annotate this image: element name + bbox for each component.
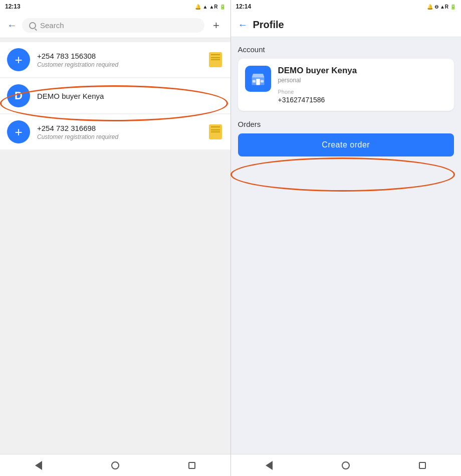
account-phone: +31627471586 — [278, 96, 447, 104]
contact-sub-3: Customer registration required — [37, 133, 200, 140]
panel-2: 12:14 🔔 ⊖ ▲R 🔋 ← Profile Account — [231, 0, 462, 476]
contact-list: + +254 783 156308 Customer registration … — [0, 38, 231, 454]
panel-1: 12:13 🔔 ▲ ▲R 🔋 ← Search + + — [0, 0, 231, 476]
account-section-label: Account — [238, 45, 454, 54]
contact-item-1[interactable]: + +254 783 156308 Customer registration … — [0, 42, 231, 77]
account-details: DEMO buyer Kenya personal Phone +3162747… — [278, 66, 447, 104]
profile-nav-bar: ← Profile — [231, 13, 462, 37]
signal-icon: ▲R — [209, 4, 217, 10]
nav-bar-1: ← Search + — [0, 13, 231, 38]
svg-rect-3 — [261, 80, 264, 83]
wifi-icon: ▲ — [202, 4, 207, 10]
status-bar-1: 12:13 🔔 ▲ ▲R 🔋 — [0, 0, 231, 13]
back-nav-1[interactable] — [29, 455, 49, 475]
shop-icon-box — [245, 66, 271, 92]
contact-item-3[interactable]: + +254 732 316698 Customer registration … — [0, 114, 231, 149]
status-bar-2: 12:14 🔔 ⊖ ▲R 🔋 — [231, 0, 462, 13]
profile-content: Account DEMO buyer Kenya personal Phone — [231, 37, 462, 454]
contact-info-3: +254 732 316698 Customer registration re… — [37, 124, 200, 140]
time-2: 12:14 — [236, 3, 252, 10]
status-icons-1: 🔔 ▲ ▲R 🔋 — [195, 4, 225, 10]
orders-section: Orders Create order — [238, 120, 454, 156]
home-circle-1 — [111, 461, 119, 469]
contact-name-2: DEMO buyer Kenya — [37, 92, 223, 100]
recents-square-2 — [419, 462, 426, 469]
document-shape-1 — [209, 52, 222, 67]
plus-icon-1: + — [15, 52, 22, 68]
time-1: 12:13 — [5, 3, 21, 10]
search-placeholder: Search — [40, 21, 64, 30]
wifi-icon-2: ⊖ — [434, 4, 438, 10]
recents-nav-1[interactable] — [182, 455, 202, 475]
avatar-1: + — [7, 48, 30, 71]
home-circle-2 — [342, 461, 350, 469]
account-card: DEMO buyer Kenya personal Phone +3162747… — [238, 59, 454, 111]
contact-phone-1: +254 783 156308 — [37, 52, 200, 60]
account-type: personal — [278, 77, 447, 84]
create-order-button[interactable]: Create order — [238, 133, 454, 156]
battery-icon: 🔋 — [219, 4, 225, 10]
doc-icon-1 — [207, 52, 223, 68]
contact-item-2[interactable]: D DEMO buyer Kenya — [0, 78, 231, 113]
search-icon — [29, 22, 36, 29]
svg-rect-1 — [256, 79, 260, 85]
avatar-3: + — [7, 120, 30, 143]
status-icons-2: 🔔 ⊖ ▲R 🔋 — [427, 4, 456, 10]
battery-icon-2: 🔋 — [450, 4, 456, 10]
back-button-2[interactable]: ← — [238, 19, 248, 31]
back-nav-2[interactable] — [259, 455, 279, 475]
contact-info-2: DEMO buyer Kenya — [37, 92, 223, 100]
home-nav-2[interactable] — [336, 455, 356, 475]
add-button[interactable]: + — [209, 19, 223, 33]
orders-section-label: Orders — [238, 120, 454, 128]
signal-icon-2: ▲R — [440, 4, 448, 10]
notification-icon-2: 🔔 — [427, 4, 433, 10]
doc-icon-3 — [207, 124, 223, 140]
back-triangle-2 — [266, 461, 273, 470]
account-phone-label: Phone — [278, 89, 447, 95]
recents-square-1 — [188, 462, 195, 469]
contact-info-1: +254 783 156308 Customer registration re… — [37, 52, 200, 68]
bottom-nav-1 — [0, 454, 231, 476]
profile-title: Profile — [253, 19, 284, 31]
search-bar[interactable]: Search — [22, 18, 204, 33]
recents-nav-2[interactable] — [412, 455, 432, 475]
document-shape-3 — [209, 124, 222, 139]
svg-rect-2 — [252, 80, 255, 83]
home-nav-1[interactable] — [105, 455, 125, 475]
contact-sub-1: Customer registration required — [37, 61, 200, 68]
back-button-1[interactable]: ← — [7, 20, 17, 31]
back-triangle-1 — [35, 461, 42, 470]
notification-icon: 🔔 — [195, 4, 201, 10]
plus-icon-3: + — [15, 124, 22, 140]
shop-icon — [251, 71, 266, 86]
contact-phone-3: +254 732 316698 — [37, 124, 200, 132]
avatar-2: D — [7, 84, 30, 107]
bottom-nav-2 — [231, 454, 462, 476]
account-name: DEMO buyer Kenya — [278, 66, 447, 76]
